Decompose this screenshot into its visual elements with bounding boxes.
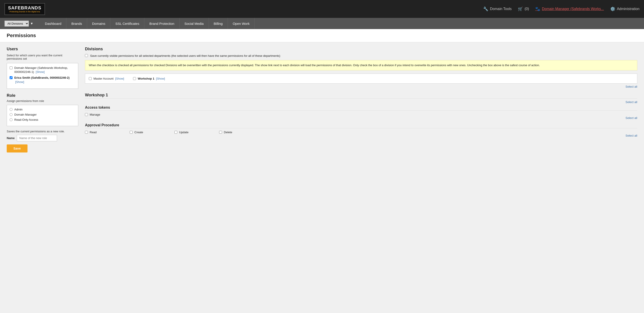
new-role-name-input[interactable]	[17, 135, 57, 141]
role-section: Role Assign permissions from role Admin …	[7, 93, 78, 126]
user1-checkbox[interactable]	[10, 66, 12, 69]
access-tokens-heading: Access tokens	[85, 106, 637, 111]
second-navigation: All Divisions ▼ Dashboard Brands Domains…	[0, 18, 644, 29]
approval-read-checkbox[interactable]	[85, 131, 88, 134]
approval-create-checkbox[interactable]	[130, 131, 132, 134]
division-workshop1-show-link[interactable]: [Show]	[156, 77, 165, 80]
nav-brands[interactable]: Brands	[66, 18, 87, 29]
second-nav-items: Dashboard Brands Domains SSL Certificate…	[40, 18, 255, 29]
role-readonly: Read-Only Access	[10, 118, 75, 122]
access-tokens-select-all-link[interactable]: Select all	[626, 116, 637, 120]
division-master-label: Master Account [Show]	[94, 77, 124, 80]
nav-domains[interactable]: Domains	[87, 18, 110, 29]
cart-link[interactable]: 🛒 (0)	[518, 6, 529, 12]
user1-show-link[interactable]: [Show]	[36, 70, 45, 74]
dropdown-arrow-icon: ▼	[30, 22, 33, 25]
nav-ssl[interactable]: SSL Certificates	[110, 18, 144, 29]
top-nav-links: 🔧 Domain Tools 🛒 (0) 🐾 Domain Manager (S…	[483, 6, 640, 12]
domain-manager-link[interactable]: 🐾 Domain Manager (Safebrands Works...	[535, 6, 604, 12]
users-heading: Users	[7, 47, 78, 52]
approval-perm-update: Update	[174, 130, 210, 134]
name-row: Name	[7, 135, 78, 141]
approval-perm-read: Read	[85, 130, 121, 134]
nav-billing[interactable]: Billing	[209, 18, 228, 29]
approval-perm-delete: Delete	[219, 130, 255, 134]
save-all-checkbox[interactable]	[85, 54, 88, 57]
users-list-box: Domain Manager (Safebrands Workshop, 000…	[7, 63, 78, 89]
role-domain-manager-radio[interactable]	[10, 113, 12, 116]
divisions-select-all-row: Select all	[85, 85, 637, 88]
access-tokens-select-all-row: Select all	[85, 116, 637, 120]
logo-sub-text: Protecting brands in the digital era	[10, 10, 40, 13]
manage-checkbox[interactable]	[85, 113, 88, 116]
workshop-select-all-row: Select all	[85, 100, 637, 104]
approval-procedure-heading: Approval Procedure	[85, 123, 637, 128]
divisions-select-all-link[interactable]: Select all	[626, 85, 637, 88]
divisions-heading: Divisions	[85, 47, 637, 52]
nav-dashboard[interactable]: Dashboard	[40, 18, 66, 29]
approval-select-all-row: Select all	[85, 134, 637, 137]
divisions-section: Divisions Save currently visible permiss…	[85, 47, 637, 88]
division-workshop1-label: Workshop 1 [Show]	[138, 77, 165, 80]
approval-perm-grid: Read Create Update Delete	[85, 130, 637, 134]
access-tokens-perm-grid: Manage	[85, 113, 637, 116]
approval-select-all-link[interactable]: Select all	[626, 134, 637, 137]
role-admin-radio[interactable]	[10, 108, 12, 111]
approval-update-checkbox[interactable]	[174, 131, 177, 134]
logo-main-text: SAFEBRANDS	[8, 5, 41, 10]
role-readonly-label: Read-Only Access	[14, 118, 38, 122]
cart-icon: 🛒	[518, 6, 523, 12]
user-item-2: Erica Smith (SafeBrands, 0000002246-2) […	[10, 76, 75, 84]
divisions-dropdown[interactable]: All Divisions	[4, 20, 29, 26]
user2-label: Erica Smith (SafeBrands, 0000002246-2) […	[14, 76, 75, 84]
logo[interactable]: SAFEBRANDS Protecting brands in the digi…	[4, 3, 45, 15]
save-role-desc: Saves the current permissions as a new r…	[7, 130, 78, 133]
save-role-section: Saves the current permissions as a new r…	[7, 130, 78, 152]
nav-social-media[interactable]: Social Media	[180, 18, 209, 29]
approval-create-label: Create	[134, 130, 143, 134]
division-workshop1-checkbox[interactable]	[133, 77, 136, 80]
approval-delete-checkbox[interactable]	[219, 131, 222, 134]
divisions-grid: Master Account [Show] Workshop 1 [Show]	[85, 74, 637, 84]
save-all-label: Save currently visible permissions for a…	[90, 54, 280, 58]
user1-label: Domain Manager (Safebrands Workshop, 000…	[14, 66, 75, 74]
user2-checkbox[interactable]	[10, 76, 12, 79]
approval-read-label: Read	[90, 130, 96, 134]
save-role-button[interactable]: Save	[7, 144, 28, 152]
role-desc: Assign permissions from role	[7, 99, 78, 102]
approval-delete-label: Delete	[224, 130, 232, 134]
administration-link[interactable]: ⚙️ Administration	[610, 6, 640, 12]
page-title: Permissions	[7, 33, 637, 38]
approval-update-label: Update	[179, 130, 188, 134]
nav-brand-protection[interactable]: Brand Protection	[144, 18, 180, 29]
gear-icon: ⚙️	[610, 6, 615, 12]
role-admin: Admin	[10, 108, 75, 111]
approval-procedure-subsection: Approval Procedure Read Create Update	[85, 123, 637, 137]
division-master-checkbox[interactable]	[89, 77, 92, 80]
division-master-show-link[interactable]: [Show]	[115, 77, 124, 80]
manage-label: Manage	[90, 113, 100, 116]
access-tokens-subsection: Access tokens Manage Select all	[85, 106, 637, 120]
role-domain-manager-label: Domain Manager	[14, 113, 37, 116]
role-admin-label: Admin	[14, 108, 22, 111]
approval-perm-create: Create	[130, 130, 166, 134]
domain-tools-link[interactable]: 🔧 Domain Tools	[483, 6, 512, 12]
divisions-select-wrapper[interactable]: All Divisions ▼	[4, 20, 33, 26]
role-domain-manager: Domain Manager	[10, 113, 75, 116]
roles-list-box: Admin Domain Manager Read-Only Access	[7, 105, 78, 126]
nav-open-work[interactable]: Open Work	[228, 18, 255, 29]
wrench-icon: 🔧	[483, 6, 488, 12]
warning-box: When the checkbox is checked all permiss…	[85, 60, 637, 70]
workshop-section: Workshop 1 Select all Access tokens Mana…	[85, 93, 637, 137]
workshop-heading: Workshop 1	[85, 93, 637, 98]
division-workshop1: Workshop 1 [Show]	[133, 77, 165, 80]
save-all-row: Save currently visible permissions for a…	[85, 54, 637, 58]
user2-show-link[interactable]: [Show]	[15, 80, 24, 84]
workshop-select-all-link[interactable]: Select all	[626, 100, 637, 104]
paw-icon: 🐾	[535, 6, 540, 12]
right-panel: Divisions Save currently visible permiss…	[85, 47, 637, 310]
perm-manage: Manage	[85, 113, 121, 116]
main-content: Users Select for which users you want th…	[0, 42, 644, 313]
top-navigation: SAFEBRANDS Protecting brands in the digi…	[0, 0, 644, 18]
role-readonly-radio[interactable]	[10, 118, 12, 121]
